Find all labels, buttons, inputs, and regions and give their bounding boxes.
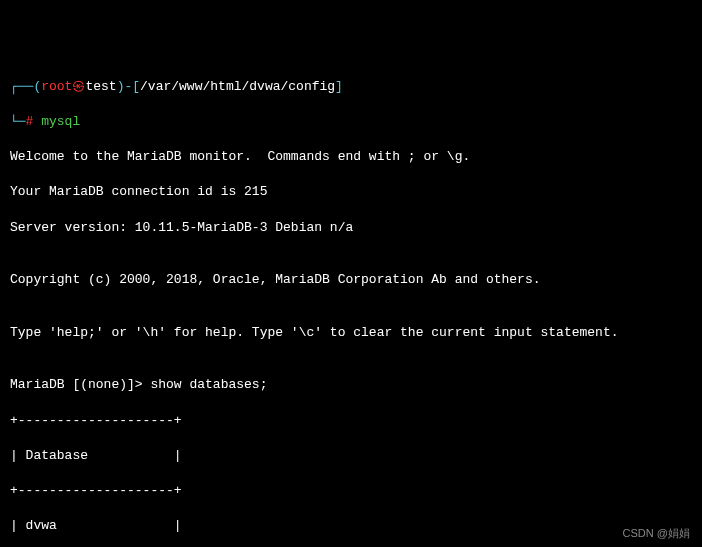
mariadb-prompt-text: MariaDB [(none)]> bbox=[10, 377, 150, 392]
prompt-at: ㉿ bbox=[72, 79, 85, 94]
query1-command: show databases; bbox=[150, 377, 267, 392]
watermark: CSDN @娟娟 bbox=[623, 526, 690, 541]
mariadb-prompt-1[interactable]: MariaDB [(none)]> show databases; bbox=[10, 376, 692, 394]
shell-command: mysql bbox=[41, 114, 80, 129]
prompt-bracket-close: ] bbox=[335, 79, 343, 94]
welcome-line2: Your MariaDB connection id is 215 bbox=[10, 183, 692, 201]
welcome-line3: Server version: 10.11.5-MariaDB-3 Debian… bbox=[10, 219, 692, 237]
prompt-host: test bbox=[85, 79, 116, 94]
table-border: +--------------------+ bbox=[10, 412, 692, 430]
prompt-path: /var/www/html/dvwa/config bbox=[140, 79, 335, 94]
table-row: | dvwa | bbox=[10, 517, 692, 535]
help-line: Type 'help;' or '\h' for help. Type '\c'… bbox=[10, 324, 692, 342]
table-header: | Database | bbox=[10, 447, 692, 465]
prompt-hash: # bbox=[26, 114, 42, 129]
prompt-user: root bbox=[41, 79, 72, 94]
shell-prompt-line1: ┌──(root㉿test)-[/var/www/html/dvwa/confi… bbox=[10, 78, 692, 96]
prompt-bracket-mid: )-[ bbox=[117, 79, 140, 94]
prompt-line2-prefix: └─ bbox=[10, 114, 26, 129]
welcome-line1: Welcome to the MariaDB monitor. Commands… bbox=[10, 148, 692, 166]
prompt-bracket-open: ┌──( bbox=[10, 79, 41, 94]
shell-prompt-line2[interactable]: └─# mysql bbox=[10, 113, 692, 131]
copyright-line: Copyright (c) 2000, 2018, Oracle, MariaD… bbox=[10, 271, 692, 289]
table-border: +--------------------+ bbox=[10, 482, 692, 500]
